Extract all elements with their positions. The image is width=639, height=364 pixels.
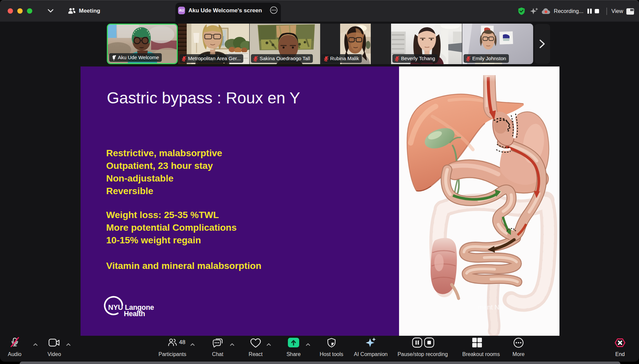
svg-text:Health: Health xyxy=(124,310,145,318)
svg-text:ment Na: ment Na xyxy=(478,303,503,311)
